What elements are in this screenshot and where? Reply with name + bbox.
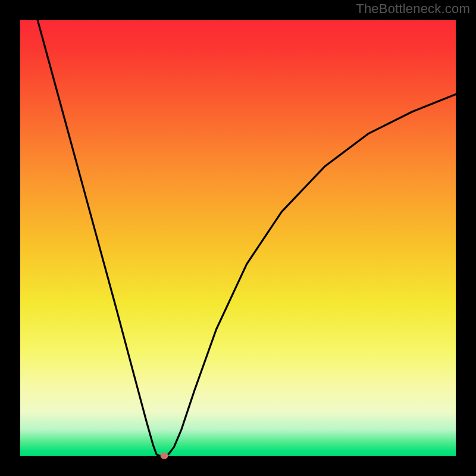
watermark-text: TheBottleneck.com <box>356 1 470 17</box>
bottleneck-curve <box>20 20 456 456</box>
optimal-point-marker <box>160 453 168 459</box>
chart-frame: TheBottleneck.com <box>0 0 476 476</box>
plot-area <box>20 20 456 456</box>
